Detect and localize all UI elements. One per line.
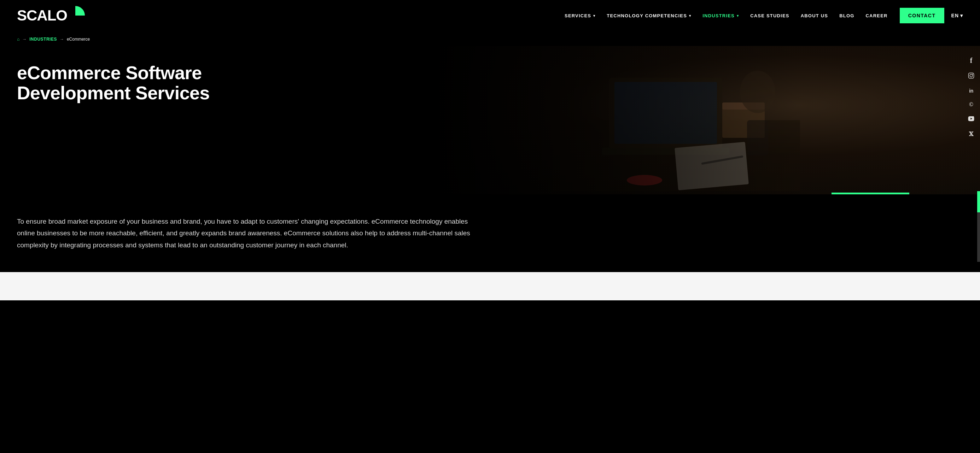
logo-text: SCALO xyxy=(17,8,67,23)
hero-content: eCommerce Software Development Services xyxy=(0,46,230,124)
nav-item-career[interactable]: CAREER xyxy=(861,10,892,21)
clutch-icon[interactable]: © xyxy=(969,102,973,108)
svg-rect-12 xyxy=(969,73,974,78)
facebook-icon[interactable]: f xyxy=(970,57,972,65)
breadcrumb-arrow-2: → xyxy=(60,37,64,42)
linkedin-icon[interactable]: in xyxy=(969,88,973,94)
twitter-icon[interactable]: 𝕏 xyxy=(969,131,973,137)
scroll-thumb xyxy=(977,191,980,212)
logo[interactable]: SCALO xyxy=(17,6,85,25)
language-selector[interactable]: EN ▾ xyxy=(951,13,963,18)
nav-item-about-us[interactable]: ABOUT US xyxy=(796,10,833,21)
nav-item-case-studies[interactable]: CASE STUDIES xyxy=(745,10,794,21)
instagram-icon[interactable] xyxy=(968,72,974,80)
hero-overlay xyxy=(372,46,980,194)
nav-item-industries[interactable]: INDUSTRIES ▾ xyxy=(697,10,744,21)
main-nav: SERVICES ▾ TECHNOLOGY COMPETENCIES ▾ IND… xyxy=(560,8,963,23)
breadcrumb-arrow-1: → xyxy=(22,37,27,42)
breadcrumb: ⌂ → INDUSTRIES → eCommerce xyxy=(0,31,980,46)
svg-point-14 xyxy=(972,74,973,75)
contact-button[interactable]: CONTACT xyxy=(900,8,944,23)
chevron-down-icon: ▾ xyxy=(960,13,963,18)
hero-title: eCommerce Software Development Services xyxy=(17,63,213,103)
hero-section: eCommerce Software Development Services xyxy=(0,46,980,194)
svg-point-13 xyxy=(970,74,972,77)
chevron-down-icon: ▾ xyxy=(689,14,691,17)
chevron-down-icon: ▾ xyxy=(737,14,739,17)
nav-item-tech-competencies[interactable]: TECHNOLOGY COMPETENCIES ▾ xyxy=(602,10,696,21)
description-text: To ensure broad market exposure of your … xyxy=(17,216,477,251)
social-sidebar: f in © 𝕏 xyxy=(963,49,980,145)
home-icon[interactable]: ⌂ xyxy=(17,37,19,42)
nav-item-services[interactable]: SERVICES ▾ xyxy=(560,10,600,21)
logo-arc-icon xyxy=(66,6,85,25)
youtube-icon[interactable] xyxy=(968,116,974,123)
green-accent-bar xyxy=(832,192,909,194)
breadcrumb-current-page: eCommerce xyxy=(67,37,90,42)
bottom-area xyxy=(0,272,980,300)
chevron-down-icon: ▾ xyxy=(593,14,595,17)
description-section: To ensure broad market exposure of your … xyxy=(0,194,980,272)
breadcrumb-industries-link[interactable]: INDUSTRIES xyxy=(29,37,57,42)
scroll-indicator[interactable] xyxy=(977,191,980,262)
hero-image xyxy=(372,46,980,194)
main-header: SCALO SERVICES ▾ TECHNOLOGY COMPETENCIES… xyxy=(0,0,980,31)
nav-item-blog[interactable]: BLOG xyxy=(834,10,859,21)
